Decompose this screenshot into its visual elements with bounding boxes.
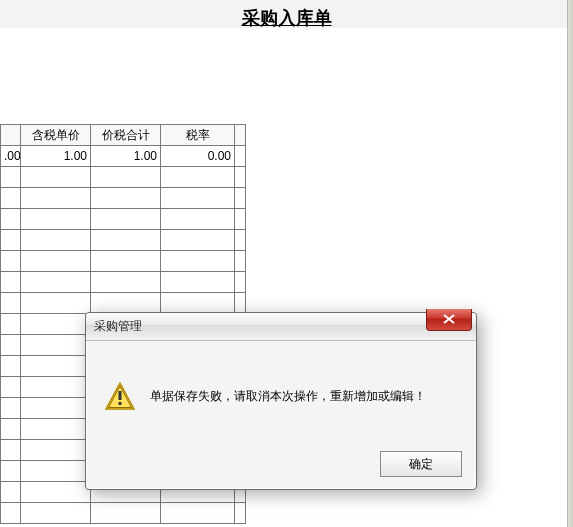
table-row[interactable] <box>1 272 246 293</box>
table-row[interactable] <box>1 209 246 230</box>
col-header-blank <box>1 125 21 146</box>
scrollbar-edge[interactable] <box>567 0 573 527</box>
svg-rect-3 <box>119 402 122 405</box>
dialog-footer: 确定 <box>380 451 462 477</box>
table-row[interactable] <box>1 503 246 524</box>
table-row[interactable]: .00 1.00 1.00 0.00 <box>1 146 246 167</box>
dialog-title: 采购管理 <box>94 318 142 335</box>
cell[interactable] <box>235 146 246 167</box>
svg-rect-2 <box>119 391 122 400</box>
cell[interactable]: 0.00 <box>161 146 235 167</box>
close-icon <box>443 313 455 327</box>
close-button[interactable] <box>426 309 472 331</box>
error-dialog: 采购管理 单据保存失败，请取消本次操作，重新增加或编辑！ 确定 <box>85 312 477 490</box>
cell[interactable]: .00 <box>1 146 21 167</box>
table-row[interactable] <box>1 188 246 209</box>
warning-icon <box>104 381 136 413</box>
table-row[interactable] <box>1 167 246 188</box>
col-header-tax-price: 含税单价 <box>21 125 91 146</box>
table-header-row: 含税单价 价税合计 税率 <box>1 125 246 146</box>
table-row[interactable] <box>1 230 246 251</box>
dialog-message: 单据保存失败，请取消本次操作，重新增加或编辑！ <box>150 387 426 406</box>
dialog-titlebar[interactable]: 采购管理 <box>86 313 476 341</box>
col-header-tax-total: 价税合计 <box>91 125 161 146</box>
ok-button[interactable]: 确定 <box>380 451 462 477</box>
table-row[interactable] <box>1 251 246 272</box>
cell[interactable]: 1.00 <box>91 146 161 167</box>
dialog-body: 单据保存失败，请取消本次操作，重新增加或编辑！ <box>86 341 476 433</box>
col-header-tax-rate: 税率 <box>161 125 235 146</box>
table-row[interactable] <box>1 293 246 314</box>
cell[interactable]: 1.00 <box>21 146 91 167</box>
col-header-extra <box>235 125 246 146</box>
